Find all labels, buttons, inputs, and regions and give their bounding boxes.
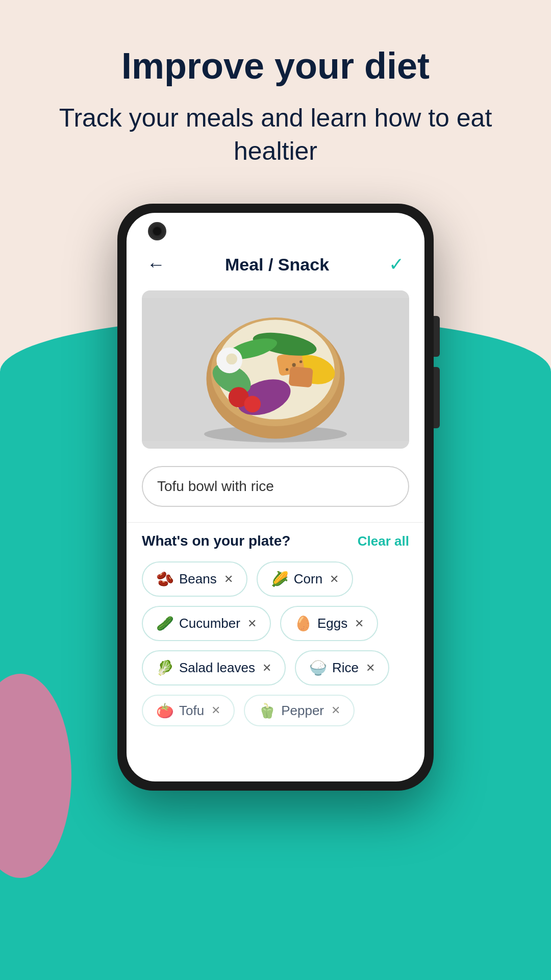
svg-rect-11 [289, 366, 313, 388]
tag-rice[interactable]: 🍚 Rice ✕ [295, 650, 389, 685]
back-button[interactable]: ← [147, 254, 165, 275]
tag-remove-icon[interactable]: ✕ [355, 617, 364, 630]
tag-emoji: 🍅 [156, 702, 174, 719]
page-content: Improve your diet Track your meals and l… [0, 0, 551, 791]
tag-remove-icon[interactable]: ✕ [247, 617, 257, 630]
phone-side-button-2 [434, 367, 440, 428]
tag-remove-icon[interactable]: ✕ [330, 573, 339, 586]
tag-label: Eggs [317, 616, 347, 631]
confirm-button[interactable]: ✓ [389, 254, 404, 275]
phone-screen: ← Meal / Snack ✓ [127, 213, 424, 781]
tag-label: Tofu [179, 703, 204, 719]
tag-remove-icon[interactable]: ✕ [211, 704, 220, 717]
tag-emoji: 🫑 [258, 702, 276, 719]
tag-emoji: 🫘 [156, 571, 174, 587]
plate-header: What's on your plate? Clear all [142, 533, 409, 549]
tag-label: Beans [179, 571, 217, 587]
screen-title: Meal / Snack [225, 255, 329, 275]
tag-cucumber[interactable]: 🥒 Cucumber ✕ [142, 606, 271, 641]
tag-label: Rice [332, 660, 359, 676]
tag-remove-icon[interactable]: ✕ [224, 573, 233, 586]
tag-remove-icon[interactable]: ✕ [262, 662, 271, 675]
top-bar: ← Meal / Snack ✓ [127, 213, 424, 285]
tag-corn[interactable]: 🌽 Corn ✕ [257, 561, 353, 597]
tag-beans[interactable]: 🫘 Beans ✕ [142, 561, 247, 597]
tag-salad-leaves[interactable]: 🥬 Salad leaves ✕ [142, 650, 286, 685]
tag-emoji: 🥚 [294, 615, 312, 632]
tag-emoji: 🥬 [156, 659, 174, 676]
meal-input-wrapper [142, 466, 409, 507]
phone-mockup: ← Meal / Snack ✓ [117, 204, 434, 791]
svg-point-8 [244, 396, 261, 413]
tag-label: Cucumber [179, 616, 240, 631]
tag-emoji: 🍚 [309, 659, 327, 676]
phone-camera [148, 222, 166, 240]
svg-point-16 [292, 363, 296, 367]
tag-label: Salad leaves [179, 660, 255, 676]
plate-section: What's on your plate? Clear all 🫘 Beans … [127, 533, 424, 726]
tag-eggs[interactable]: 🥚 Eggs ✕ [280, 606, 378, 641]
food-image [142, 290, 409, 449]
clear-all-button[interactable]: Clear all [358, 533, 409, 549]
tag-remove-icon[interactable]: ✕ [366, 662, 375, 675]
phone-side-button [434, 316, 440, 357]
tag-label: Corn [294, 571, 322, 587]
subheadline: Track your meals and learn how to eat he… [0, 102, 551, 168]
svg-point-15 [226, 354, 237, 365]
headline: Improve your diet [91, 46, 460, 86]
tag-emoji: 🥒 [156, 615, 174, 632]
tag-remove-icon[interactable]: ✕ [331, 704, 340, 717]
svg-point-17 [299, 360, 302, 363]
tag-emoji: 🌽 [271, 571, 289, 587]
tag-label: Pepper [281, 703, 324, 719]
tag-pepper-partial[interactable]: 🫑 Pepper ✕ [244, 695, 355, 726]
plate-section-label: What's on your plate? [142, 533, 290, 549]
tag-tofu-partial[interactable]: 🍅 Tofu ✕ [142, 695, 235, 726]
svg-point-18 [286, 368, 288, 371]
tags-grid: 🫘 Beans ✕ 🌽 Corn ✕ 🥒 Cucumber ✕ 🥚 Eggs ✕… [142, 561, 409, 726]
divider [127, 522, 424, 523]
phone-frame: ← Meal / Snack ✓ [117, 204, 434, 791]
meal-name-input[interactable] [142, 466, 409, 507]
